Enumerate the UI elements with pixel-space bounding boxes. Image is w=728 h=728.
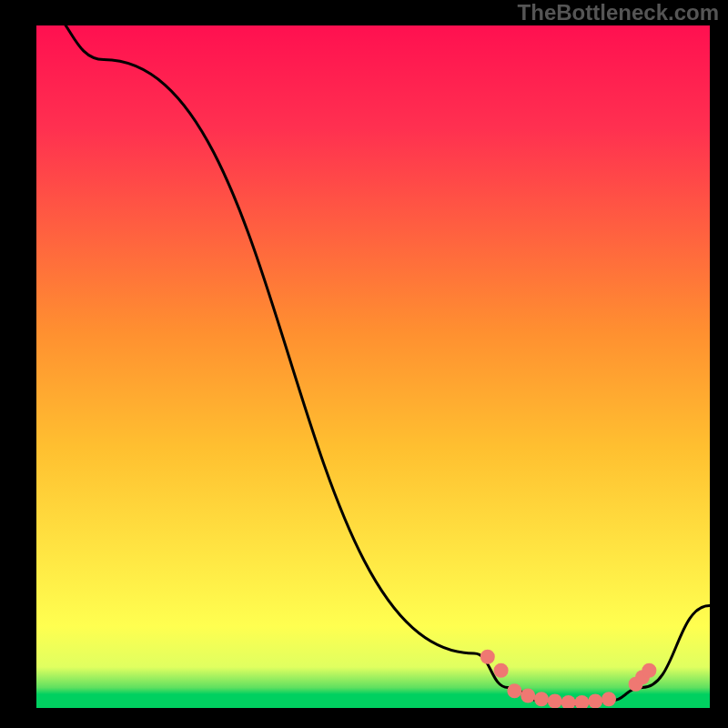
data-point: [507, 683, 521, 698]
chart-container: TheBottleneck.com: [0, 0, 728, 728]
plot-area: [36, 25, 710, 708]
data-point: [494, 663, 509, 678]
data-point: [588, 694, 602, 709]
data-point: [534, 692, 549, 706]
data-point: [548, 694, 562, 709]
data-point: [521, 689, 535, 703]
curve-svg: [36, 25, 710, 708]
watermark-text: TheBottleneck.com: [518, 0, 719, 25]
data-points: [480, 650, 657, 708]
data-point: [602, 692, 616, 706]
data-point: [574, 695, 589, 708]
data-point: [642, 663, 656, 678]
data-point: [480, 650, 495, 664]
bottleneck-curve: [36, 25, 710, 704]
data-point: [561, 695, 576, 708]
